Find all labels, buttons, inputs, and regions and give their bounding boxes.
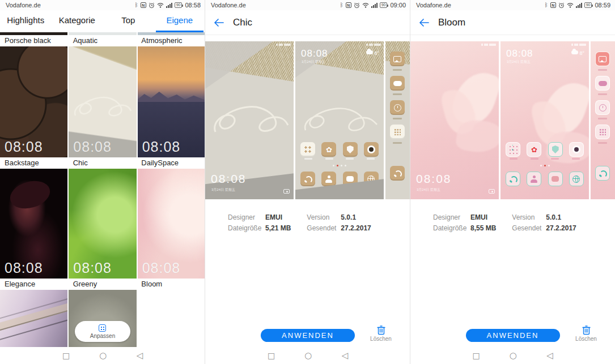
theme-label-greeny[interactable]: Greeny (69, 279, 137, 290)
status-bar: Vodafone.de ᛒ N 90 08:59 (410, 0, 615, 10)
bluetooth-icon: ᛒ (135, 2, 138, 8)
carrier-label: Vodafone.de (211, 2, 246, 8)
recents-button[interactable]: □ (473, 352, 480, 359)
thumb-clock: 08:08 (142, 260, 181, 276)
theme-thumb-greeny[interactable]: 08:08 (69, 169, 136, 279)
theme-label-aquatic[interactable]: Aquatic (69, 35, 137, 46)
theme-thumb-customize[interactable]: Anpassen (69, 290, 136, 348)
android-navbar: □ ○ ◁ (410, 347, 615, 364)
theme-detail-chic-screen: Vodafone.de ᛒ N 90 09:00 Chic (205, 0, 410, 364)
theme-label-atmospheric[interactable]: Atmospheric (137, 35, 205, 46)
preview-homescreen[interactable]: 08:08 3月24日 星期五 8° ✿ (501, 41, 589, 199)
android-navbar: □ ○ ◁ (0, 347, 205, 364)
customize-button[interactable]: Anpassen (75, 321, 130, 342)
preview-clock: 08:08 (211, 172, 247, 186)
thumb-clock: 08:08 (5, 260, 43, 276)
theme-label-bloom[interactable]: Bloom (137, 279, 205, 290)
tab-highlights[interactable]: Highlights (0, 10, 52, 32)
theme-thumb-backstage[interactable]: 08:08 (0, 46, 67, 157)
version-value: 5.0.1 (546, 213, 561, 221)
clock-icon (390, 100, 405, 115)
tab-bar: Highlights Kategorie Top Eigene (0, 10, 205, 32)
tab-kategorie[interactable]: Kategorie (52, 10, 103, 32)
phone-icon (506, 172, 520, 186)
home-button[interactable]: ○ (510, 352, 517, 360)
clock-icon (595, 100, 610, 115)
theme-detail-bloom-screen: Vodafone.de ᛒ N 90 08:59 Bloom (410, 0, 615, 364)
screenshot-composite: Vodafone.de ᛒ N 90 08:58 Highlights Kate… (0, 0, 615, 364)
wifi-icon (157, 2, 164, 8)
games-icon (595, 76, 610, 91)
nfc-icon: N (346, 2, 351, 8)
thumb-clock: 08:08 (73, 260, 112, 276)
designer-label: Designer (228, 213, 265, 221)
theme-thumb-bloom[interactable]: 08:08 (138, 169, 205, 279)
empty-grid-cell (138, 290, 205, 348)
back-arrow-icon[interactable] (418, 18, 429, 27)
themes-list-screen: Vodafone.de ᛒ N 90 08:58 Highlights Kate… (0, 0, 205, 364)
preview-lockscreen[interactable]: 08:08 3月24日 星期五 (205, 41, 294, 199)
preview-homescreen[interactable]: 08:08 3月24日 星期五 8° ✿ (295, 41, 384, 199)
back-button[interactable]: ◁ (341, 352, 348, 360)
version-label: Version (307, 213, 341, 221)
wifi-icon (567, 2, 574, 8)
theme-thumb-elegance[interactable]: 08:08 (0, 169, 67, 279)
surface-wedge (205, 41, 273, 89)
filesize-label: Dateigröße (228, 224, 265, 232)
home-button[interactable]: ○ (304, 352, 312, 360)
tools-folder-icon (595, 125, 610, 139)
nfc-icon: N (141, 2, 146, 8)
back-arrow-icon[interactable] (213, 18, 224, 27)
preview-statusbar-icons (276, 44, 291, 46)
delete-button[interactable]: Löschen (574, 324, 599, 342)
alarm-icon (558, 2, 565, 8)
status-bar: Vodafone.de ᛒ N 90 08:58 (0, 0, 205, 10)
preview-applist[interactable] (591, 41, 615, 199)
android-navbar: □ ○ ◁ (205, 347, 410, 364)
theme-label-dailyspace[interactable]: DailySpace (137, 157, 205, 169)
tab-eigene[interactable]: Eigene (154, 10, 206, 32)
camera-shortcut-icon (283, 189, 290, 194)
home-button[interactable]: ○ (99, 352, 107, 360)
theme-label-chic[interactable]: Chic (69, 157, 137, 169)
preview-applist[interactable] (385, 41, 410, 199)
signal-icon (166, 3, 172, 8)
customize-label: Anpassen (90, 333, 115, 339)
battery-icon: 90 (380, 2, 388, 8)
back-button[interactable]: ◁ (136, 352, 143, 360)
theme-thumb-chic[interactable]: 08:08 (69, 46, 136, 157)
script-swirl (71, 86, 133, 126)
filesize-label: Dateigröße (433, 224, 470, 232)
contacts-icon (527, 172, 541, 186)
tab-top[interactable]: Top (103, 10, 154, 32)
recents-button[interactable]: □ (268, 352, 275, 359)
theme-thumb-dailyspace[interactable]: 08:08 (138, 46, 205, 157)
widget-icon (506, 142, 520, 157)
delete-label: Löschen (575, 336, 597, 342)
detail-header: Bloom (410, 10, 615, 35)
preview-lockscreen[interactable]: 08:08 3月24日 星期五 (410, 41, 499, 199)
status-time: 08:58 (185, 2, 201, 8)
delete-button[interactable]: Löschen (368, 324, 393, 342)
theme-label-elegance[interactable]: Elegance (0, 279, 69, 290)
carrier-label: Vodafone.de (416, 2, 451, 8)
messages-icon (548, 172, 563, 186)
icon-caption (393, 142, 402, 144)
apply-button[interactable]: ANWENDEN (466, 329, 560, 342)
preview-statusbar-icons (366, 44, 381, 46)
shield-icon (548, 142, 563, 157)
sent-label: Gesendet (512, 224, 546, 232)
theme-labels-row: Porsche black Aquatic Atmospheric (0, 35, 205, 46)
customize-icon (99, 324, 106, 332)
theme-label-porsche-black[interactable]: Porsche black (0, 35, 69, 46)
back-button[interactable]: ◁ (546, 352, 553, 360)
folder-icon (300, 142, 315, 157)
recents-button[interactable]: □ (62, 352, 70, 359)
homescreen-icon-row: ✿ (501, 142, 589, 157)
page-dots (501, 165, 589, 166)
theme-thumb-wallpaper[interactable] (0, 290, 67, 348)
theme-label-backstage[interactable]: Backstage (0, 157, 69, 169)
thumb-clock: 08:08 (5, 139, 43, 155)
trash-icon (582, 324, 591, 335)
apply-button[interactable]: ANWENDEN (261, 329, 355, 342)
